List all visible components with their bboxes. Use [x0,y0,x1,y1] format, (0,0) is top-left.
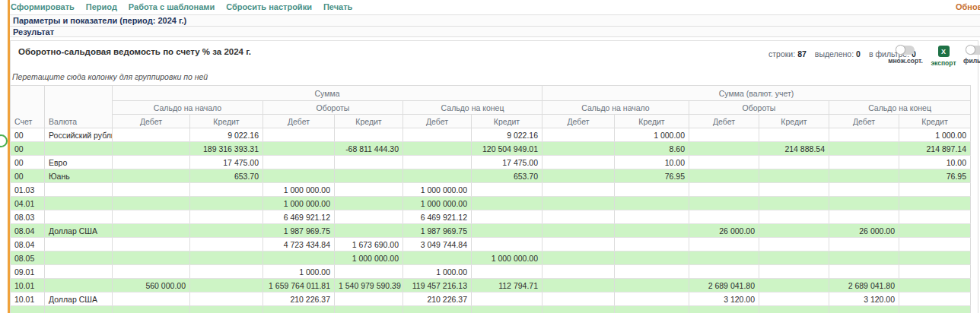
amount-cell[interactable]: 8.60 [615,142,689,156]
amount-cell[interactable]: 119 457 216.13 [403,279,472,292]
amount-cell[interactable] [113,128,190,142]
amount-cell[interactable]: 1 987 969.75 [403,224,472,238]
amount-cell[interactable] [403,156,472,169]
amount-cell[interactable] [113,210,190,224]
table-row[interactable]: 00Российский рубль9 022.169 022.161 000.… [11,128,971,142]
account-cell[interactable]: 00 [11,128,45,142]
menu-item-period[interactable]: Период [86,2,117,11]
account-cell[interactable]: 08.04 [11,238,45,251]
currency-cell[interactable]: Доллар США [45,292,113,306]
menu-item-templates[interactable]: Работа с шаблонами [129,2,215,11]
amount-cell[interactable] [689,306,759,313]
amount-cell[interactable] [403,251,472,265]
table-row[interactable]: 01.031 000 000.001 000 000.00 [11,183,971,197]
amount-cell[interactable]: 3 120.00 [829,292,899,306]
amount-cell[interactable] [263,142,335,156]
amount-cell[interactable] [335,210,403,224]
amount-cell[interactable]: 112 794.71 [472,279,542,292]
filter-toggle[interactable] [966,46,980,55]
amount-cell[interactable] [190,265,263,279]
amount-cell[interactable] [190,210,263,224]
amount-cell[interactable] [542,210,615,224]
amount-cell[interactable] [113,197,190,210]
amount-cell[interactable]: 26 000.00 [689,224,759,238]
table-row[interactable] [11,306,971,313]
amount-cell[interactable]: 1 000.00 [263,265,335,279]
table-row[interactable]: 00Евро17 475.0017 475.0010.0010.00 [11,156,971,169]
account-cell[interactable]: 00 [11,142,45,156]
currency-cell[interactable] [45,279,113,292]
amount-cell[interactable] [689,265,759,279]
multisort-toggle[interactable] [896,46,915,55]
table-row[interactable]: 00Юань653.70653.7076.9576.95 [11,169,971,183]
column-header-debit[interactable]: Дебет [113,115,190,128]
menu-item-reset-settings[interactable]: Сбросить настройки [226,2,312,11]
amount-cell[interactable] [615,197,689,210]
amount-cell[interactable]: 210 226.37 [263,292,335,306]
table-row[interactable]: 08.051 000 000.001 000 000.00 [11,251,971,265]
amount-cell[interactable] [190,224,263,238]
amount-cell[interactable] [335,292,403,306]
currency-cell[interactable] [45,306,113,313]
amount-cell[interactable]: 1 000 000.00 [403,197,472,210]
account-cell[interactable]: 01.03 [11,183,45,197]
amount-cell[interactable] [689,142,759,156]
amount-cell[interactable] [190,306,263,313]
column-header-debit[interactable]: Дебет [689,115,759,128]
amount-cell[interactable] [615,210,689,224]
amount-cell[interactable] [542,169,615,183]
amount-cell[interactable] [759,128,829,142]
amount-cell[interactable] [899,279,971,292]
amount-cell[interactable]: 17 475.00 [472,156,542,169]
column-header-credit[interactable]: Кредит [899,115,971,128]
panel-drag-handle[interactable] [0,134,8,147]
amount-cell[interactable] [759,306,829,313]
amount-cell[interactable] [689,197,759,210]
amount-cell[interactable] [542,183,615,197]
amount-cell[interactable] [615,238,689,251]
column-header-credit[interactable]: Кредит [190,115,263,128]
amount-cell[interactable] [615,265,689,279]
amount-cell[interactable] [113,142,190,156]
amount-cell[interactable] [759,265,829,279]
amount-cell[interactable] [113,156,190,169]
amount-cell[interactable] [542,238,615,251]
amount-cell[interactable] [829,210,899,224]
amount-cell[interactable] [899,224,971,238]
amount-cell[interactable]: 9 022.16 [472,128,542,142]
group-by-drop-zone[interactable]: Перетащите сюда колонку для группировки … [12,72,208,81]
amount-cell[interactable] [829,251,899,265]
amount-cell[interactable]: 26 000.00 [829,224,899,238]
currency-cell[interactable] [45,238,113,251]
table-row[interactable]: 00189 316 393.31-68 811 444.30120 504 94… [11,142,971,156]
amount-cell[interactable] [689,210,759,224]
amount-cell[interactable] [113,224,190,238]
amount-cell[interactable] [899,265,971,279]
amount-cell[interactable]: 10.00 [615,156,689,169]
amount-cell[interactable]: 6 469 921.12 [403,210,472,224]
amount-cell[interactable] [689,156,759,169]
amount-cell[interactable] [542,251,615,265]
refresh-link[interactable]: Обновить [956,0,980,14]
column-header-currency[interactable]: Валюта [45,86,113,128]
amount-cell[interactable] [113,183,190,197]
amount-cell[interactable] [542,265,615,279]
amount-cell[interactable]: 1 987 969.75 [263,224,335,238]
column-header-debit[interactable]: Дебет [542,115,615,128]
amount-cell[interactable] [263,156,335,169]
amount-cell[interactable]: 1 000.00 [899,128,971,142]
menu-item-generate[interactable]: Сформировать [11,2,75,11]
amount-cell[interactable] [190,238,263,251]
column-header-credit[interactable]: Кредит [759,115,829,128]
account-cell[interactable]: 09.01 [11,265,45,279]
amount-cell[interactable] [899,183,971,197]
amount-cell[interactable] [829,183,899,197]
amount-cell[interactable]: 3 120.00 [689,292,759,306]
table-row[interactable]: 10.01Доллар США210 226.37210 226.373 120… [11,292,971,306]
amount-cell[interactable]: 1 000 000.00 [403,183,472,197]
amount-cell[interactable]: 1 659 764 011.81 [263,279,335,292]
amount-cell[interactable] [335,265,403,279]
amount-cell[interactable]: 1 000 000.00 [263,183,335,197]
amount-cell[interactable] [190,251,263,265]
amount-cell[interactable]: 10.00 [899,156,971,169]
